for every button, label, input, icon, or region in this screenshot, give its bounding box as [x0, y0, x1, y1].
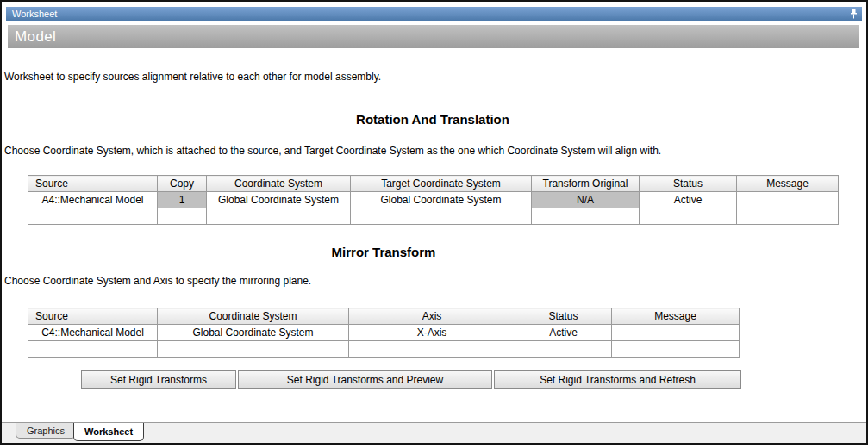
rotation-section-title: Rotation And Translation	[28, 112, 838, 127]
tab-label: Graphics	[27, 426, 65, 436]
column-header: Source	[28, 308, 158, 325]
button-row: Set Rigid Transforms Set Rigid Transform…	[81, 370, 866, 389]
table-cell[interactable]	[737, 192, 839, 208]
table-row	[28, 208, 839, 225]
table-cell[interactable]	[349, 341, 515, 358]
table-cell[interactable]	[351, 208, 532, 225]
column-header: Coordinate System	[158, 308, 349, 325]
table-cell[interactable]	[640, 208, 737, 225]
mirror-section-title: Mirror Transform	[28, 245, 740, 259]
tab-graphics[interactable]: Graphics	[16, 423, 76, 439]
table-cell[interactable]: X-Axis	[349, 325, 515, 341]
rotation-section-description: Choose Coordinate System, which is attac…	[4, 145, 864, 157]
tab-strip: Graphics Worksheet	[2, 422, 866, 443]
column-header: Status	[515, 308, 612, 325]
table-cell[interactable]	[515, 341, 612, 358]
table-cell[interactable]: Active	[515, 325, 612, 341]
mirror-transform-table: SourceCoordinate SystemAxisStatusMessage…	[28, 308, 740, 358]
table-cell[interactable]: Global Coordinate System	[158, 325, 349, 341]
table-cell[interactable]	[158, 341, 349, 358]
table-cell[interactable]	[532, 208, 640, 225]
worksheet-window: Worksheet Model Worksheet to specify sou…	[0, 0, 868, 445]
column-header: Status	[640, 176, 737, 192]
set-rigid-transforms-button[interactable]: Set Rigid Transforms	[81, 370, 236, 389]
column-header: Axis	[349, 308, 515, 325]
table-row: A4::Mechanical Model1Global Coordinate S…	[28, 192, 839, 208]
table-cell[interactable]	[737, 208, 839, 225]
column-header: Message	[737, 176, 839, 192]
table-cell[interactable]: 1	[158, 192, 207, 208]
page-title: Model	[15, 28, 56, 45]
table-cell[interactable]	[612, 341, 740, 358]
table-cell[interactable]	[207, 208, 351, 225]
titlebar[interactable]: Worksheet	[6, 7, 862, 21]
tab-worksheet[interactable]: Worksheet	[73, 423, 144, 441]
header-row: SourceCoordinate SystemAxisStatusMessage	[28, 308, 740, 325]
column-header: Transform Original	[532, 176, 640, 192]
table-cell[interactable]	[158, 208, 207, 225]
table-row: C4::Mechanical ModelGlobal Coordinate Sy…	[28, 325, 740, 341]
window-title: Worksheet	[12, 7, 850, 21]
table-cell[interactable]: Active	[640, 192, 737, 208]
mirror-section-description: Choose Coordinate System and Axis to spe…	[4, 275, 864, 287]
set-rigid-transforms-and-refresh-button[interactable]: Set Rigid Transforms and Refresh	[494, 370, 741, 389]
table-cell[interactable]: Global Coordinate System	[207, 192, 351, 208]
tab-label: Worksheet	[84, 426, 133, 437]
table-cell[interactable]: C4::Mechanical Model	[28, 325, 158, 341]
table-cell[interactable]	[28, 208, 158, 225]
intro-text: Worksheet to specify sources alignment r…	[4, 71, 864, 83]
column-header: Source	[28, 176, 158, 192]
table-cell[interactable]	[612, 325, 740, 341]
table-row	[28, 341, 740, 358]
page-title-bar: Model	[8, 25, 859, 48]
pin-icon[interactable]	[850, 9, 858, 19]
table-cell[interactable]: A4::Mechanical Model	[28, 192, 158, 208]
table-cell[interactable]: Global Coordinate System	[351, 192, 532, 208]
table-cell[interactable]: N/A	[532, 192, 640, 208]
column-header: Target Coordinate System	[351, 176, 532, 192]
header-row: SourceCopyCoordinate SystemTarget Coordi…	[28, 176, 839, 192]
table-cell[interactable]	[28, 341, 158, 358]
rotation-translation-table: SourceCopyCoordinate SystemTarget Coordi…	[28, 175, 839, 225]
column-header: Message	[612, 308, 740, 325]
set-rigid-transforms-and-preview-button[interactable]: Set Rigid Transforms and Preview	[238, 370, 492, 389]
column-header: Copy	[158, 176, 207, 192]
column-header: Coordinate System	[207, 176, 351, 192]
